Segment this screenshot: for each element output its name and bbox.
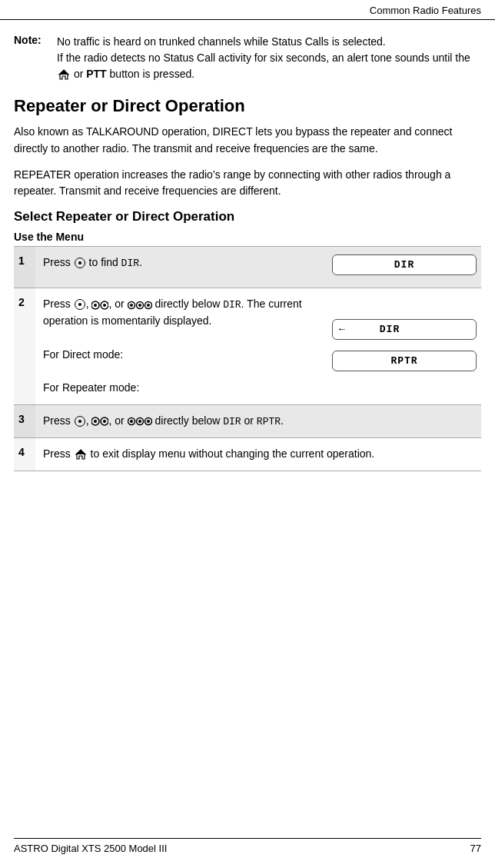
dot2-icon [91, 297, 108, 314]
section1-para1: Also known as TALKAROUND operation, DIRE… [14, 124, 481, 157]
page-header: Common Radio Features [0, 0, 495, 20]
footer-left: ASTRO Digital XTS 2500 Model III [14, 843, 167, 854]
step-num-3: 3 [14, 404, 35, 437]
step2-code-dir: DIR [223, 299, 241, 311]
svg-point-3 [94, 304, 97, 307]
step-display-1: DIR [327, 247, 481, 288]
home-icon-note [58, 68, 70, 81]
step3-code-rptr: RPTR [257, 416, 281, 427]
svg-point-13 [94, 420, 97, 423]
table-row: 2 Press , , or [14, 288, 481, 405]
svg-point-5 [103, 304, 106, 307]
section1-para2: REPEATER operation increases the radio’s… [14, 167, 481, 200]
note-block: Note: No traffic is heard on trunked cha… [14, 34, 481, 82]
svg-point-17 [130, 420, 133, 423]
step-text-1: Press to find DIR. [35, 247, 327, 288]
table-row: 3 Press , , or [14, 404, 481, 437]
steps-table: 1 Press to find DIR. DIR 2 Press , [14, 246, 481, 471]
svg-marker-23 [76, 450, 85, 454]
svg-point-11 [147, 304, 150, 307]
dot1-icon-3 [75, 416, 85, 427]
display-box-dir-mode: ← DIR [332, 319, 477, 340]
table-row: 1 Press to find DIR. DIR [14, 247, 481, 288]
note-text: No traffic is heard on trunked channels … [57, 34, 481, 82]
step2-repeater-label: For Repeater mode: [43, 381, 139, 394]
section2-heading: Select Repeater or Direct Operation [14, 209, 481, 224]
svg-point-15 [103, 420, 106, 423]
step1-code-dir: DIR [121, 258, 139, 269]
menu-scroll-icon-1 [75, 258, 85, 268]
home-icon-step4 [75, 448, 87, 461]
dot2-icon-3 [91, 413, 108, 430]
note-ptt: PTT [86, 68, 106, 80]
step2-display-area: ← DIR RPTR [332, 296, 477, 376]
svg-marker-1 [59, 70, 68, 75]
display-box-rptr: RPTR [332, 351, 477, 371]
step-display-2: ← DIR RPTR [327, 288, 481, 405]
step-num-4: 4 [14, 437, 35, 471]
page-footer: ASTRO Digital XTS 2500 Model III 77 [14, 838, 481, 854]
note-line2: If the radio detects no Status Call acti… [57, 52, 470, 80]
svg-point-19 [138, 420, 141, 423]
svg-point-21 [147, 420, 150, 423]
dot3-icon-3 [128, 413, 152, 430]
dot3-icon [128, 297, 152, 314]
step2-direct-label: For Direct mode: [43, 348, 123, 361]
step-num-2: 2 [14, 288, 35, 405]
note-label: Note: [14, 34, 54, 82]
svg-point-9 [138, 304, 141, 307]
step-num-1: 1 [14, 247, 35, 288]
display-box-dir-1: DIR [332, 254, 477, 275]
step-text-2: Press , , or [35, 288, 327, 405]
note-or: or [74, 68, 86, 80]
footer-right: 77 [470, 843, 481, 854]
step-text-4: Press to exit display menu without chang… [35, 437, 481, 471]
step-text-3: Press , , or [35, 404, 481, 437]
table-row: 4 Press to exit display menu without cha… [14, 437, 481, 471]
step3-code-dir: DIR [223, 416, 241, 427]
note-line1: No traffic is heard on trunked channels … [57, 35, 386, 48]
header-title: Common Radio Features [370, 5, 481, 16]
section1-heading: Repeater or Direct Operation [14, 96, 481, 116]
svg-point-7 [130, 304, 133, 307]
main-content: Note: No traffic is heard on trunked cha… [0, 20, 495, 487]
dot1-icon [75, 299, 85, 310]
use-menu-label: Use the Menu [14, 231, 481, 243]
